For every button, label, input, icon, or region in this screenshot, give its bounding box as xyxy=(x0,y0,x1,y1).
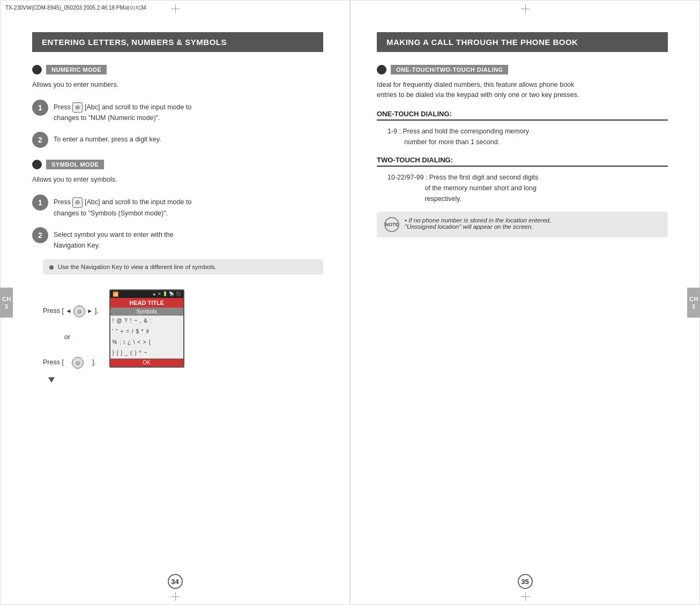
right-page-number: 35 xyxy=(518,574,533,589)
two-touch-heading: TWO-TOUCH DIALING: xyxy=(377,156,668,167)
numeric-bullet xyxy=(32,65,42,74)
step-circle-2: 2 xyxy=(32,132,48,148)
left-page-number: 34 xyxy=(168,574,183,589)
symbol-description: Allows you to enter symbols. xyxy=(32,175,323,185)
one-touch-heading: ONE-TOUCH DIALING: xyxy=(377,110,668,121)
nav-key-icon: ⊙ xyxy=(73,305,85,317)
nav-key-icon-2: ⊙ xyxy=(72,357,84,369)
screen-head-title: HEAD TITLE xyxy=(110,298,183,308)
right-note-box: NOTE • If no phone number is stored in t… xyxy=(377,212,668,237)
symbol-mode-label: SYMBOL MODE xyxy=(32,160,104,169)
press-label-1: Press [ ◄ ⊙ ► ], xyxy=(43,305,99,317)
numeric-step-1: 1 Press ⊖ [Abc] and scroll to the input … xyxy=(32,100,323,124)
step-2-text: To enter a number, press a digit key. xyxy=(54,132,161,145)
screen-symbols-title: Symbols xyxy=(110,308,183,316)
screen-ok-bar: OK xyxy=(110,358,183,367)
left-section-header: ENTERING LETTERS, NUMBERS & SYMBOLS xyxy=(32,32,323,52)
one-two-touch-label: ONE-TOUCH/TWO-TOUCH DIALING xyxy=(377,65,508,74)
one-two-touch-bullet xyxy=(377,65,386,74)
page-number-circle-left: 34 xyxy=(168,574,183,589)
screen-status-bar: 📶 ▲ ✕ 🔋 📡 ⬛ xyxy=(110,290,183,298)
note-bullet xyxy=(49,265,54,270)
step-1-text: Press ⊖ [Abc] and scroll to the input mo… xyxy=(54,100,191,124)
filename-header: TX-230VW(CDM-8945)_050203 2005.2.46:18 P… xyxy=(5,4,146,12)
phone-screen-mockup: 📶 ▲ ✕ 🔋 📡 ⬛ HEAD TITLE Symbols ! @ ? ! ~… xyxy=(109,289,184,368)
arrow-left-icon: ◄ xyxy=(65,308,71,314)
abc-key-icon: ⊖ xyxy=(72,102,83,113)
symbol-mode-text: SYMBOL MODE xyxy=(46,160,104,169)
ch3-tab-right: CH 3 xyxy=(687,287,700,318)
symbol-bullet xyxy=(32,160,42,169)
numeric-mode-text: NUMERIC MODE xyxy=(46,65,107,74)
one-touch-description: 1-9 : Press and hold the corresponding m… xyxy=(377,126,668,147)
page-number-circle-right: 35 xyxy=(518,574,533,589)
numeric-step-2: 2 To enter a number, press a digit key. xyxy=(32,132,323,148)
screen-symbols-row-2: ' " + = / $ * # xyxy=(110,326,183,337)
right-page: CH 3 MAKING A CALL THROUGH THE PHONE BOO… xyxy=(350,0,700,605)
phone-screen-area: Press [ ◄ ⊙ ► ], or Press [ ⊙ ]. xyxy=(43,289,323,384)
right-section-header: MAKING A CALL THROUGH THE PHONE BOOK xyxy=(377,32,668,52)
press-label-sym: Press xyxy=(54,198,72,206)
screen-symbols-row-4: } [ ] _ ( ) ^ ~ xyxy=(110,348,183,358)
numeric-mode-label: NUMERIC MODE xyxy=(32,65,107,74)
note-text: Use the Navigation Key to view a differe… xyxy=(58,264,217,270)
symbol-step-2: 2 Select symbol you want to enter with t… xyxy=(32,227,323,251)
abc-key-icon-sym: ⊖ xyxy=(72,197,83,208)
screen-symbols-row-3: % ; i ¿ \ < > { xyxy=(110,337,183,348)
press-labels: Press [ ◄ ⊙ ► ], or Press [ ⊙ ]. xyxy=(43,289,99,384)
symbol-note-box: Use the Navigation Key to view a differe… xyxy=(43,259,323,274)
left-page: TX-230VW(CDM-8945)_050203 2005.2.46:18 P… xyxy=(0,0,350,605)
symbol-step-circle-1: 1 xyxy=(32,195,48,211)
one-two-touch-text: ONE-TOUCH/TWO-TOUCH DIALING xyxy=(391,65,508,74)
press-label: Press xyxy=(54,103,72,111)
screen-symbols-row-1: ! @ ? ! ~ , & : xyxy=(110,316,183,326)
arrow-down-icon xyxy=(48,377,55,383)
or-text: or xyxy=(64,333,99,341)
ch3-tab-left: CH 3 xyxy=(0,287,13,318)
symbol-step-1-text: Press ⊖ [Abc] and scroll to the input mo… xyxy=(54,195,191,219)
symbol-step-2-text: Select symbol you want to enter with the… xyxy=(54,227,174,251)
two-touch-description: 10-22/97-99 : Press the first digit and … xyxy=(377,172,668,204)
symbol-step-1: 1 Press ⊖ [Abc] and scroll to the input … xyxy=(32,195,323,219)
note-icon: NOTE xyxy=(384,217,399,232)
arrow-right-icon: ► xyxy=(87,308,93,314)
one-two-touch-description: Ideal for frequently dialed numbers, thi… xyxy=(377,80,668,100)
numeric-description: Allows you to enter numbers. xyxy=(32,80,323,90)
right-note-text: • If no phone number is stored in the lo… xyxy=(405,217,551,230)
symbol-step-circle-2: 2 xyxy=(32,227,48,243)
press-label-2: Press [ ⊙ ]. xyxy=(43,357,99,369)
step-circle-1: 1 xyxy=(32,100,48,116)
